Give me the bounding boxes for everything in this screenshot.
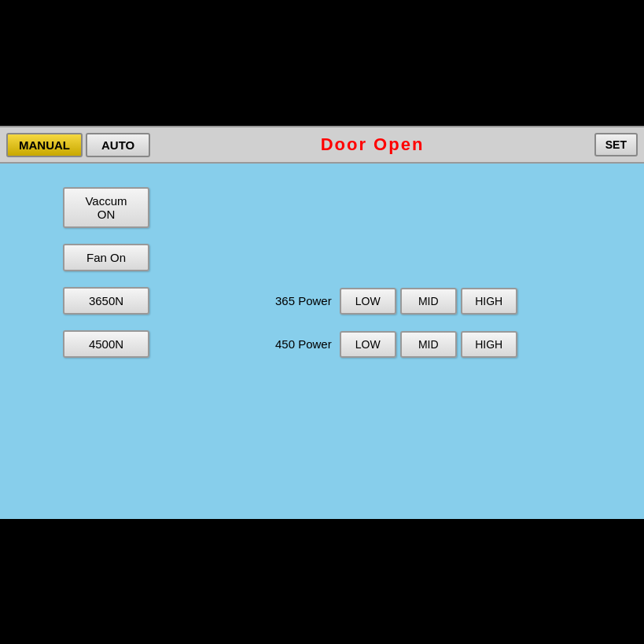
manual-button[interactable]: MANUAL (6, 133, 83, 157)
vaccum-on-button[interactable]: Vaccum ON (63, 187, 149, 228)
high1-button[interactable]: HIGH (461, 288, 517, 315)
laser2-button[interactable]: 4500N (63, 330, 149, 358)
power1-label: 365 Power (275, 294, 332, 307)
laser2-row: 4500N 450 Power LOW MID HIGH (63, 330, 581, 358)
door-status: Door Open (153, 134, 591, 155)
mid2-button[interactable]: MID (400, 331, 457, 358)
toolbar: MANUAL AUTO Door Open SET (0, 126, 644, 164)
main-panel: Vaccum ON Fan On 3650N 365 Power LOW MID… (0, 164, 644, 519)
vaccum-row: Vaccum ON (63, 187, 581, 228)
fan-on-button[interactable]: Fan On (63, 244, 149, 271)
laser1-row: 3650N 365 Power LOW MID HIGH (63, 287, 581, 315)
high2-button[interactable]: HIGH (461, 331, 517, 358)
mid1-button[interactable]: MID (400, 288, 457, 315)
laser1-button[interactable]: 3650N (63, 287, 149, 315)
low2-button[interactable]: LOW (340, 331, 396, 358)
power2-label: 450 Power (275, 337, 332, 351)
set-button[interactable]: SET (594, 133, 638, 156)
auto-button[interactable]: AUTO (86, 133, 150, 157)
fan-row: Fan On (63, 244, 581, 271)
low1-button[interactable]: LOW (340, 288, 396, 315)
